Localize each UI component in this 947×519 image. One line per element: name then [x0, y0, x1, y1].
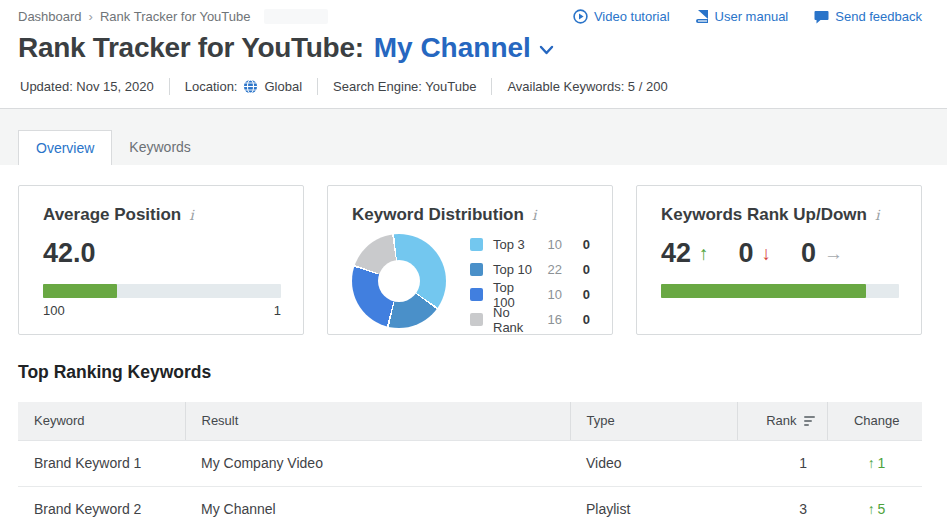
cell-type: Video: [570, 440, 737, 486]
rank-up-down-bar: [661, 284, 899, 298]
legend-label: No Rank: [493, 305, 536, 335]
sort-icon: [804, 416, 815, 426]
tab-overview[interactable]: Overview: [18, 130, 112, 165]
rank-change-stats: 42↑0↓0→: [661, 238, 899, 269]
up-arrow-icon: ↑: [868, 501, 875, 517]
legend-value: 10: [536, 237, 562, 252]
legend-change-value: 0: [578, 287, 590, 302]
average-position-value: 42.0: [43, 238, 281, 269]
chevron-down-icon: [539, 45, 554, 55]
divider: [491, 78, 492, 95]
top-ranking-keywords-table: KeywordResultTypeRankChange Brand Keywor…: [18, 402, 922, 519]
stat-value: 0: [739, 238, 754, 269]
legend-value: 10: [536, 287, 562, 302]
available-keywords: Available Keywords: 5 / 200: [507, 79, 667, 94]
table-row[interactable]: Brand Keyword 2My ChannelPlaylist3↑ 5: [18, 486, 922, 519]
legend-row-top-100[interactable]: Top 100100: [470, 282, 590, 307]
top-bar: Dashboard›Rank Tracker for YouTube Video…: [0, 0, 947, 24]
video-tutorial-link-label: Video tutorial: [594, 9, 670, 24]
stat-same: 0→: [801, 238, 843, 269]
change-value: 1: [875, 455, 886, 471]
updated-date: Updated: Nov 15, 2020: [20, 79, 154, 94]
cell-keyword: Brand Keyword 1: [18, 440, 185, 486]
table-row[interactable]: Brand Keyword 1My Company VideoVideo1↑ 1: [18, 440, 922, 486]
breadcrumb-item-dashboard[interactable]: Dashboard: [18, 9, 82, 24]
up-arrow-icon: ↑: [868, 455, 875, 471]
speech-bubble-icon: [814, 10, 829, 24]
column-header-type[interactable]: Type: [570, 402, 737, 440]
title-row: Rank Tracker for YouTube: My Channel: [0, 24, 947, 64]
rank-up-down-bar-fill: [661, 284, 866, 298]
donut-legend: Top 3100Top 10220Top 100100No Rank160: [470, 232, 590, 332]
play-circle-icon: [573, 9, 588, 24]
legend-swatch: [470, 288, 483, 301]
cell-type: Playlist: [570, 486, 737, 519]
card-title: Average Position: [43, 205, 181, 225]
breadcrumb-item-rank-tracker-for-youtube[interactable]: Rank Tracker for YouTube: [100, 9, 251, 24]
send-feedback-link-label: Send feedback: [835, 9, 922, 24]
right-arrow-icon: →: [824, 243, 843, 265]
legend-swatch: [470, 263, 483, 276]
scale-max: 1: [274, 303, 281, 318]
cell-change: ↑ 5: [827, 486, 922, 519]
stat-value: 0: [801, 238, 816, 269]
average-position-bar-fill: [43, 284, 117, 298]
legend-row-top-3[interactable]: Top 3100: [470, 232, 590, 257]
legend-change-value: 0: [578, 312, 590, 327]
cell-keyword: Brand Keyword 2: [18, 486, 185, 519]
change-value: 5: [875, 501, 886, 517]
down-arrow-icon: ↓: [762, 243, 772, 265]
legend-label: Top 10: [493, 262, 536, 277]
up-arrow-icon: ↑: [699, 243, 709, 265]
scale-min: 100: [43, 303, 65, 318]
card-title: Keyword Distribution: [352, 205, 524, 225]
table-body: Brand Keyword 1My Company VideoVideo1↑ 1…: [18, 440, 922, 519]
legend-value: 16: [536, 312, 562, 327]
column-header-result[interactable]: Result: [185, 402, 570, 440]
header-links: Video tutorialUser manualSend feedback: [573, 9, 922, 24]
legend-change-value: 0: [578, 237, 590, 252]
tabs-bar: OverviewKeywords: [0, 109, 947, 165]
rank-header-inner: Rank: [766, 413, 814, 428]
legend-row-top-10[interactable]: Top 10220: [470, 257, 590, 282]
stat-down: 0↓: [739, 238, 772, 269]
info-icon[interactable]: i: [532, 207, 536, 223]
location-label: Location:: [185, 79, 238, 94]
legend-row-no-rank[interactable]: No Rank160: [470, 307, 590, 332]
info-icon[interactable]: i: [875, 207, 879, 223]
column-header-keyword[interactable]: Keyword: [18, 402, 185, 440]
user-manual-link-label: User manual: [715, 9, 789, 24]
keyword-distribution-donut-chart[interactable]: [352, 234, 446, 328]
card-title: Keywords Rank Up/Down: [661, 205, 867, 225]
table-header-row: KeywordResultTypeRankChange: [18, 402, 922, 440]
column-header-label: Rank: [766, 413, 796, 428]
rank-tracker-page: Dashboard›Rank Tracker for YouTube Video…: [0, 0, 947, 519]
stat-value: 42: [661, 238, 691, 269]
average-position-card: Average Position i 42.0 100 1: [18, 185, 304, 335]
page-title: Rank Tracker for YouTube:: [18, 32, 364, 64]
keyword-distribution-card: Keyword Distribution i Top 3100Top 10220…: [327, 185, 613, 335]
meta-row: Updated: Nov 15, 2020 Location: Global S…: [0, 64, 947, 95]
legend-value: 22: [536, 262, 562, 277]
video-tutorial-link[interactable]: Video tutorial: [573, 9, 670, 24]
tab-keywords[interactable]: Keywords: [112, 130, 207, 165]
average-position-bar: [43, 284, 281, 298]
cell-change: ↑ 1: [827, 440, 922, 486]
channel-selector[interactable]: My Channel: [374, 32, 554, 64]
legend-change-value: 0: [578, 262, 590, 277]
cell-rank: 1: [737, 440, 827, 486]
column-header-change[interactable]: Change: [827, 402, 922, 440]
summary-cards: Average Position i 42.0 100 1 Keyword Di…: [18, 185, 922, 335]
column-header-rank[interactable]: Rank: [737, 402, 827, 440]
cell-result[interactable]: My Channel: [185, 486, 570, 519]
book-icon: [696, 9, 709, 24]
breadcrumb: Dashboard›Rank Tracker for YouTube: [18, 9, 328, 24]
cell-rank: 3: [737, 486, 827, 519]
info-icon[interactable]: i: [189, 207, 193, 223]
rank-up-down-card: Keywords Rank Up/Down i 42↑0↓0→: [636, 185, 922, 335]
send-feedback-link[interactable]: Send feedback: [814, 9, 922, 24]
location-item: Location: Global: [185, 79, 302, 94]
user-manual-link[interactable]: User manual: [696, 9, 789, 24]
cell-result[interactable]: My Company Video: [185, 440, 570, 486]
stat-up: 42↑: [661, 238, 709, 269]
